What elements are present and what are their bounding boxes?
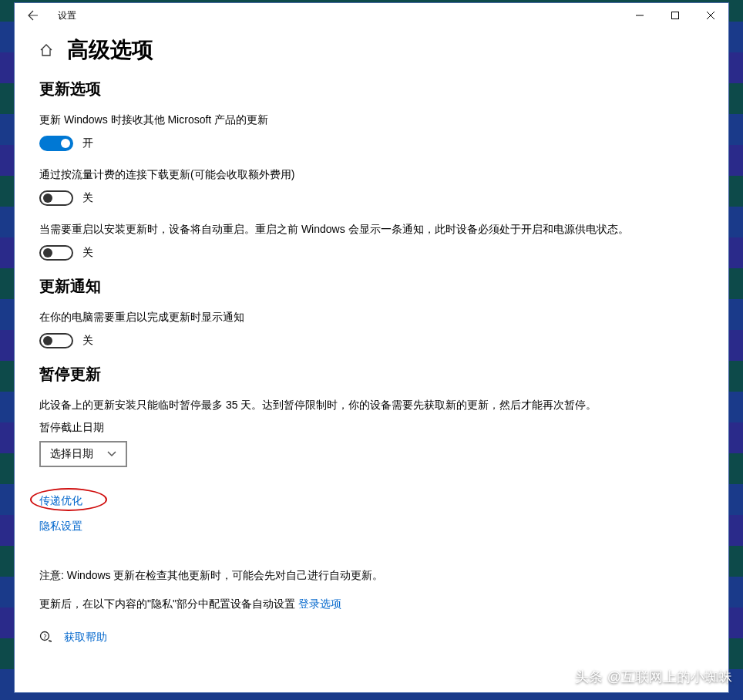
- note-after-update-prefix: 更新后，在以下内容的"隐私"部分中配置设备自动设置: [39, 597, 298, 610]
- minimize-icon: [636, 12, 644, 19]
- link-sign-in-options[interactable]: 登录选项: [298, 597, 341, 610]
- back-button[interactable]: [21, 3, 45, 28]
- option-label-receive-other-ms: 更新 Windows 时接收其他 Microsoft 产品的更新: [39, 112, 704, 128]
- back-arrow-icon: [27, 9, 39, 22]
- minimize-button[interactable]: [622, 3, 657, 28]
- pause-date-select[interactable]: 选择日期: [39, 441, 127, 467]
- svg-point-2: [44, 638, 45, 639]
- option-label-auto-restart: 当需要重启以安装更新时，设备将自动重启。重启之前 Windows 会显示一条通知…: [39, 221, 704, 237]
- toggle-state-auto-restart: 关: [82, 246, 93, 260]
- option-label-restart-notification: 在你的电脑需要重启以完成更新时显示通知: [39, 309, 704, 325]
- help-icon: [39, 631, 53, 644]
- note-after-update: 更新后，在以下内容的"隐私"部分中配置设备自动设置 登录选项: [39, 596, 704, 612]
- toggle-state-metered-download: 关: [82, 191, 93, 205]
- titlebar: 设置: [15, 3, 728, 28]
- toggle-auto-restart[interactable]: [39, 245, 73, 261]
- link-get-help[interactable]: 获取帮助: [64, 631, 107, 644]
- pause-date-select-text: 选择日期: [50, 447, 93, 461]
- maximize-button[interactable]: [657, 3, 693, 28]
- home-icon[interactable]: [39, 43, 53, 57]
- note-auto-update: 注意: Windows 更新在检查其他更新时，可能会先对自己进行自动更新。: [39, 567, 704, 584]
- page-title: 高级选项: [67, 35, 153, 65]
- toggle-restart-notification[interactable]: [39, 333, 73, 348]
- section-title-update-notifications: 更新通知: [39, 276, 704, 297]
- content-area: 高级选项 更新选项 更新 Windows 时接收其他 Microsoft 产品的…: [15, 28, 728, 692]
- chevron-down-icon: [107, 451, 116, 457]
- window-title: 设置: [58, 9, 76, 22]
- option-label-metered-download: 通过按流量计费的连接下载更新(可能会收取额外费用): [39, 167, 704, 183]
- toggle-state-receive-other-ms: 开: [82, 136, 93, 150]
- section-title-update-options: 更新选项: [39, 79, 704, 99]
- link-privacy-settings[interactable]: 隐私设置: [39, 520, 82, 533]
- pause-deadline-label: 暂停截止日期: [39, 421, 704, 435]
- settings-window: 设置 高级选项 更新选项 更新 Windows 时接收其他 Microsoft …: [14, 2, 729, 693]
- section-title-pause-updates: 暂停更新: [39, 364, 704, 385]
- link-delivery-optimization[interactable]: 传递优化: [39, 494, 82, 508]
- toggle-state-restart-notification: 关: [82, 334, 93, 348]
- svg-rect-0: [672, 12, 679, 19]
- maximize-icon: [671, 12, 679, 19]
- close-icon: [707, 12, 714, 19]
- pause-updates-description: 此设备上的更新安装只能临时暂停最多 35 天。达到暂停限制时，你的设备需要先获取…: [39, 397, 704, 413]
- toggle-receive-other-ms[interactable]: [39, 136, 73, 151]
- toggle-metered-download[interactable]: [39, 190, 73, 206]
- close-button[interactable]: [693, 3, 728, 28]
